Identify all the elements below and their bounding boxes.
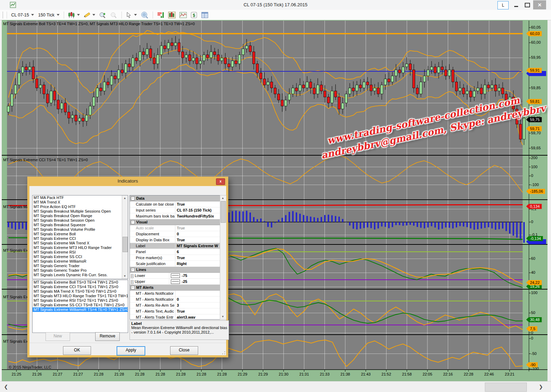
available-indicator-item[interactable]: MT Signals Extreme WilliamsR: [33, 259, 128, 264]
scroll-down-icon[interactable]: ▼: [220, 314, 225, 319]
property-value[interactable]: Right: [175, 261, 220, 266]
horizontal-scrollbar[interactable]: ❮ ❯: [0, 381, 551, 392]
remove-button[interactable]: Remove: [95, 332, 120, 341]
collapse-icon[interactable]: −: [131, 286, 135, 290]
property-value[interactable]: 0: [175, 297, 220, 302]
configured-indicator-item[interactable]: MT Signals Extreme CCI TS=4 TE=1 TW=1 ZS…: [33, 285, 128, 289]
properties-scrollbar[interactable]: ▲ ▼: [220, 195, 226, 320]
scrollbar-thumb[interactable]: [221, 201, 226, 223]
property-value[interactable]: True: [175, 308, 220, 314]
property-value[interactable]: CL 07-15 (150 Tick): [175, 207, 220, 213]
property-row[interactable]: Maximum bars look baTwoHundredFiftySix: [130, 213, 220, 219]
property-row[interactable]: Panel6: [130, 249, 220, 255]
available-indicator-item[interactable]: MT Signals Breakout Squeeze: [33, 223, 128, 227]
property-value[interactable]: MT Signals Extreme W: [175, 243, 220, 249]
dialog-close-button[interactable]: x: [216, 178, 225, 185]
available-indicator-item[interactable]: MT Signals Breakout Multiple Sessions Op…: [33, 209, 128, 214]
price-marker-tag: -185,06: [526, 189, 545, 194]
configured-indicator-item[interactable]: MT Signals Extreme SS CCI TS=8 TE=1 TW=1…: [33, 303, 128, 307]
property-value[interactable]: -75: [169, 273, 220, 278]
available-indicator-item[interactable]: MT Signals Breakout Volume Profile: [33, 227, 128, 232]
available-indicator-item[interactable]: MT Signals Breakout Open Range: [33, 214, 128, 218]
available-indicator-item[interactable]: MT Signals Extreme SS CCI: [33, 255, 128, 259]
property-row[interactable]: LabelMT Signals Extreme W: [130, 243, 220, 249]
available-indicator-item[interactable]: MT Signals Extreme RSI: [33, 250, 128, 255]
property-row[interactable]: Displacement0: [130, 231, 220, 237]
property-row[interactable]: MT - Alerts Notificatior0: [130, 297, 220, 302]
property-row[interactable]: Input seriesCL 07-15 (150 Tick): [130, 207, 220, 213]
expand-icon[interactable]: +: [131, 274, 133, 278]
property-value[interactable]: TwoHundredFiftySix: [175, 213, 220, 219]
scroll-up-icon[interactable]: ▲: [122, 195, 127, 201]
collapse-icon[interactable]: −: [131, 220, 135, 224]
section-label: Data: [136, 195, 145, 201]
ok-button[interactable]: OK: [63, 346, 91, 355]
property-row[interactable]: Display in Data BoxTrue: [130, 237, 220, 243]
available-indicator-item[interactable]: MT Signals Generic Trader: [33, 264, 128, 268]
property-row[interactable]: MT - Alerts Trade Entralert3.wav: [130, 314, 220, 320]
scroll-down-icon[interactable]: ▼: [122, 273, 127, 279]
available-indicators-list[interactable]: MT MA Pack HTFMT MA Trend XMT Price Acti…: [32, 195, 128, 279]
property-section-header[interactable]: −Visual: [130, 219, 220, 225]
property-value[interactable]: 6: [175, 249, 220, 255]
scrollbar-thumb[interactable]: [485, 383, 527, 392]
apply-button[interactable]: Apply: [117, 346, 145, 356]
property-value[interactable]: True: [175, 255, 220, 261]
collapse-icon[interactable]: −: [131, 268, 135, 272]
property-value[interactable]: 3: [175, 302, 220, 308]
configured-indicator-item[interactable]: MT Signals MT3 HILO Range Trader TS=1 TE…: [33, 294, 128, 298]
property-row[interactable]: +Upper-25: [130, 279, 220, 285]
property-value[interactable]: -25: [169, 279, 220, 284]
property-row[interactable]: +Lower-75: [130, 273, 220, 279]
property-value[interactable]: alert3.wav: [175, 314, 220, 320]
property-value[interactable]: True: [175, 237, 220, 243]
property-row[interactable]: Price marker(s)True: [130, 255, 220, 261]
available-indicator-item[interactable]: MT Signals Extreme MT3 HILO Range Trader: [33, 245, 128, 250]
property-row[interactable]: MT - Alerts Re-Arm Se3: [130, 302, 220, 308]
property-row[interactable]: Scale justificationRight: [130, 261, 220, 267]
available-indicator-item[interactable]: MT Signals Extreme Boll: [33, 232, 128, 236]
resize-grip[interactable]: [222, 351, 225, 355]
property-value[interactable]: True: [175, 225, 220, 231]
scroll-up-icon[interactable]: ▲: [220, 195, 225, 201]
time-axis-label: 21:29: [235, 372, 250, 376]
expand-icon[interactable]: +: [131, 280, 133, 284]
collapse-icon[interactable]: −: [131, 197, 135, 200]
property-section-header[interactable]: −Lines: [130, 267, 220, 273]
property-row[interactable]: MT - Alerts Notificatior: [130, 291, 220, 297]
available-indicator-item[interactable]: MT Signals Generic Trader Pro: [33, 268, 128, 273]
time-axis-label: 22:28: [461, 372, 476, 376]
available-indicator-item[interactable]: MT MA Trend X: [33, 200, 128, 205]
property-section-header[interactable]: −Data: [130, 195, 220, 201]
property-row[interactable]: Auto scaleTrue: [130, 225, 220, 231]
configured-indicator-item[interactable]: MT Signals MA Trend X TS=0 TE=0 TW=1 ZS=…: [33, 289, 128, 294]
scroll-right-icon[interactable]: ❯: [536, 383, 545, 391]
property-value[interactable]: 0: [175, 231, 220, 237]
available-indicator-item[interactable]: MT Signals Breakout Session Open: [33, 218, 128, 223]
time-axis-label: 22:16: [440, 372, 456, 376]
property-label: Display in Data Box: [130, 237, 175, 243]
indicator-properties-grid[interactable]: −DataCalculate on bar closeTrueInput ser…: [130, 195, 221, 320]
property-row[interactable]: MT - Alerts Text, AudicTrue: [130, 308, 220, 314]
configured-indicators-list[interactable]: MT Signals Extreme Boll TS=3 TE=4 TW=1 Z…: [32, 280, 128, 333]
panel-indicator-label: MT Signals Extreme CCI TS=4 TE=1 TW=1 ZS…: [3, 158, 88, 162]
price-marker-tag: 30,48: [526, 317, 542, 322]
price-axis-label: 60,00: [531, 40, 541, 44]
close-dialog-button[interactable]: Close: [170, 346, 198, 355]
available-indicator-item[interactable]: MT Signals Levels Dynamic Fib Curr. Sess…: [33, 273, 128, 277]
list-scrollbar[interactable]: ▲ ▼: [122, 195, 128, 279]
new-button[interactable]: New: [46, 332, 70, 341]
scroll-left-icon[interactable]: ❮: [1, 383, 11, 391]
scrollbar-thumb[interactable]: [123, 237, 128, 252]
available-indicator-item[interactable]: MT Signals Extreme CCI: [33, 236, 128, 241]
available-indicator-item[interactable]: MT MA Pack HTF: [33, 195, 128, 200]
property-section-header[interactable]: −MT Alerts: [130, 285, 220, 291]
property-value[interactable]: [175, 291, 220, 296]
configured-indicator-item[interactable]: MT Signals Extreme WilliamsR TS=4 TE=0 T…: [33, 307, 128, 312]
available-indicator-item[interactable]: MT Price Action EQ HTF: [33, 205, 128, 209]
available-indicator-item[interactable]: MT Signals Extreme MA Trend X: [33, 241, 128, 245]
configured-indicator-item[interactable]: MT Signals Extreme Boll TS=3 TE=4 TW=1 Z…: [33, 280, 128, 285]
property-value[interactable]: True: [175, 201, 220, 207]
property-row[interactable]: Calculate on bar closeTrue: [130, 201, 220, 207]
configured-indicator-item[interactable]: MT Signals Extreme RSI TS=2 TE=1 TW=1 ZS…: [33, 298, 128, 303]
